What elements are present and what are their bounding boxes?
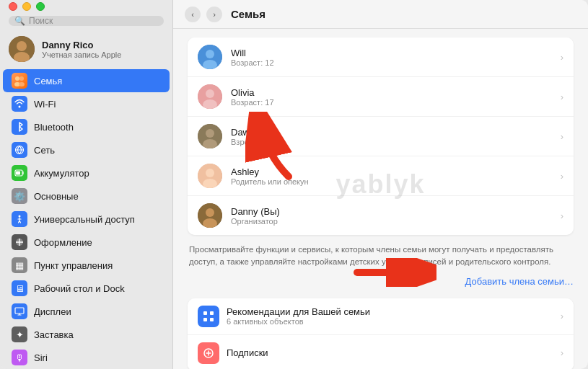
battery-icon bbox=[12, 165, 27, 181]
subscriptions-info: Подписки bbox=[227, 347, 561, 358]
search-placeholder: Поиск bbox=[29, 16, 53, 26]
member-item-ashley[interactable]: Ashley Родитель или опекун › bbox=[188, 156, 574, 196]
member-item-will[interactable]: Will Возраст: 12 › bbox=[188, 37, 574, 77]
general-icon: ⚙️ bbox=[12, 188, 27, 204]
member-role: Возраст: 12 bbox=[231, 58, 561, 67]
wifi-icon bbox=[12, 96, 27, 112]
sidebar-item-battery[interactable]: Аккумулятор bbox=[3, 161, 170, 184]
svg-rect-9 bbox=[16, 172, 20, 175]
sidebar-item-label-desktop: Рабочий стол и Dock bbox=[34, 283, 125, 294]
main-panel: ‹ › Семья Will Возраст: 12 › bbox=[173, 0, 588, 369]
forward-button[interactable]: › bbox=[206, 6, 222, 22]
members-list: Will Возраст: 12 › Olivia Возраст: 17 bbox=[188, 37, 574, 235]
sidebar-item-appearance[interactable]: Оформление bbox=[3, 231, 170, 254]
action-row: Добавить члена семьи… bbox=[188, 276, 574, 287]
page-title: Семья bbox=[231, 8, 266, 20]
chevron-right-icon: › bbox=[561, 311, 563, 321]
svg-rect-12 bbox=[15, 308, 24, 314]
avatar bbox=[9, 36, 35, 62]
sidebar-item-label-appearance: Оформление bbox=[34, 237, 92, 248]
member-role: Организатор bbox=[231, 217, 561, 226]
desktop-icon: 🖥 bbox=[12, 280, 27, 296]
member-info-ashley: Ashley Родитель или опекун bbox=[231, 166, 561, 186]
sidebar-item-label-siri: Siri bbox=[34, 352, 48, 363]
sidebar-item-network[interactable]: Сеть bbox=[3, 138, 170, 161]
svg-point-14 bbox=[206, 50, 214, 58]
family-description: Просматривайте функции и сервисы, к кото… bbox=[188, 244, 574, 269]
member-avatar-dawn bbox=[198, 124, 222, 148]
section-subtitle: 6 активных объектов bbox=[227, 317, 561, 326]
section-item-subscriptions[interactable]: Подписки › bbox=[188, 335, 574, 370]
member-name: Danny (Вы) bbox=[231, 206, 561, 217]
close-button[interactable] bbox=[9, 2, 17, 11]
sidebar: 🔍 Поиск Danny Rico Учетная запись Apple … bbox=[0, 0, 173, 369]
svg-rect-31 bbox=[210, 318, 214, 321]
chevron-right-icon: › bbox=[561, 347, 563, 358]
chevron-right-icon: › bbox=[561, 92, 563, 102]
sidebar-item-bluetooth[interactable]: Bluetooth bbox=[3, 115, 170, 138]
sidebar-item-control[interactable]: ▦ Пункт управления bbox=[3, 254, 170, 277]
svg-point-3 bbox=[15, 76, 19, 81]
add-member-button[interactable]: Добавить члена семьи… bbox=[465, 276, 574, 287]
minimize-button[interactable] bbox=[22, 2, 31, 11]
section-title: Рекомендации для Вашей семьи bbox=[227, 306, 561, 317]
member-name: Dawn bbox=[231, 127, 561, 138]
sidebar-item-label-family: Семья bbox=[34, 76, 62, 86]
member-avatar-ashley bbox=[198, 164, 222, 188]
recommendations-info: Рекомендации для Вашей семьи 6 активных … bbox=[227, 306, 561, 326]
chevron-right-icon: › bbox=[561, 131, 563, 142]
member-item-dawn[interactable]: Dawn Взрослый › bbox=[188, 117, 574, 156]
appearance-icon bbox=[12, 234, 27, 250]
maximize-button[interactable] bbox=[36, 2, 45, 11]
member-role: Возраст: 17 bbox=[231, 98, 561, 107]
display-icon bbox=[12, 303, 27, 319]
member-avatar-danny bbox=[198, 203, 222, 228]
sidebar-item-label-bluetooth: Bluetooth bbox=[34, 122, 74, 133]
control-icon: ▦ bbox=[12, 257, 27, 273]
user-profile-row[interactable]: Danny Rico Учетная запись Apple bbox=[0, 32, 172, 66]
sidebar-item-family[interactable]: Семья bbox=[3, 69, 170, 92]
recommendations-icon bbox=[198, 306, 219, 327]
sidebar-item-label-display: Дисплеи bbox=[34, 306, 71, 317]
member-item-olivia[interactable]: Olivia Возраст: 17 › bbox=[188, 77, 574, 117]
svg-point-10 bbox=[19, 215, 21, 218]
svg-point-17 bbox=[206, 89, 214, 98]
section-item-recommendations[interactable]: Рекомендации для Вашей семьи 6 активных … bbox=[188, 298, 574, 335]
member-item-danny[interactable]: Danny (Вы) Организатор › bbox=[188, 196, 574, 235]
svg-rect-29 bbox=[210, 311, 214, 315]
member-avatar-olivia bbox=[198, 84, 222, 109]
search-icon: 🔍 bbox=[14, 16, 25, 26]
family-icon bbox=[12, 73, 27, 89]
sidebar-item-label-network: Сеть bbox=[34, 145, 55, 156]
sidebar-item-accessibility[interactable]: Универсальный доступ bbox=[3, 208, 170, 231]
back-button[interactable]: ‹ bbox=[185, 6, 201, 22]
sidebar-item-wifi[interactable]: Wi-Fi bbox=[3, 92, 170, 115]
sidebar-item-label-general: Основные bbox=[34, 191, 79, 202]
sidebar-item-siri[interactable]: 🎙 Siri bbox=[3, 346, 170, 369]
main-header: ‹ › Семья bbox=[173, 0, 588, 29]
svg-point-6 bbox=[19, 82, 25, 86]
sidebar-item-display[interactable]: Дисплеи bbox=[3, 300, 170, 323]
accessibility-icon bbox=[12, 211, 27, 227]
search-box[interactable]: 🔍 Поиск bbox=[9, 16, 164, 26]
user-subtitle: Учетная запись Apple bbox=[42, 50, 121, 59]
member-info-olivia: Olivia Возраст: 17 bbox=[231, 87, 561, 107]
member-avatar-will bbox=[198, 45, 222, 69]
sidebar-item-general[interactable]: ⚙️ Основные bbox=[3, 184, 170, 208]
svg-point-1 bbox=[17, 41, 27, 51]
sidebar-item-label-wifi: Wi-Fi bbox=[34, 99, 56, 110]
sidebar-item-label-screensaver: Заставка bbox=[34, 329, 74, 340]
chevron-right-icon: › bbox=[561, 171, 563, 182]
member-role: Взрослый bbox=[231, 138, 561, 146]
svg-rect-30 bbox=[203, 318, 207, 321]
user-info: Danny Rico Учетная запись Apple bbox=[42, 40, 121, 59]
sidebar-item-screensaver[interactable]: ✦ Заставка bbox=[3, 323, 170, 346]
bluetooth-icon bbox=[12, 119, 27, 135]
sidebar-item-label-accessibility: Универсальный доступ bbox=[34, 214, 135, 225]
svg-point-26 bbox=[206, 208, 214, 217]
sidebar-item-desktop[interactable]: 🖥 Рабочий стол и Dock bbox=[3, 277, 170, 300]
title-bar bbox=[0, 0, 172, 13]
svg-point-20 bbox=[206, 129, 214, 138]
member-name: Will bbox=[231, 48, 561, 58]
member-info-will: Will Возраст: 12 bbox=[231, 48, 561, 67]
